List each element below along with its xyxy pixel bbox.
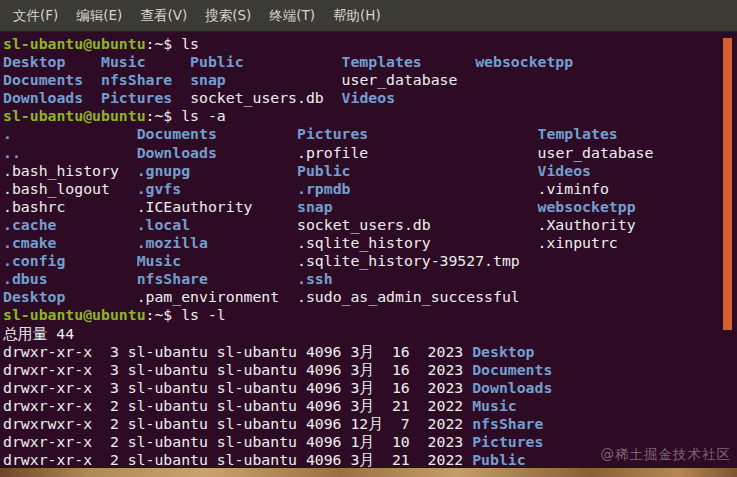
- output-text: ls: [181, 35, 199, 52]
- output-text: socket_users.db: [297, 216, 431, 233]
- output-text: .sqlite_history-39527.tmp: [297, 252, 520, 269]
- prompt-user-host: sl-ubantu@ubuntu: [3, 306, 146, 323]
- terminal-line: . Documents Pictures Templates: [3, 125, 737, 143]
- output-text: :~$: [146, 107, 173, 124]
- terminal-line: .bashrc .ICEauthority snap websocketpp: [3, 198, 737, 216]
- directory-name: Music: [472, 397, 517, 414]
- directory-name: .ssh: [297, 270, 333, 287]
- directory-name: ..: [3, 144, 21, 161]
- terminal-screen[interactable]: sl-ubantu@ubuntu:~$ lsDesktop Music Publ…: [0, 32, 737, 468]
- directory-name: nfsShare: [101, 71, 172, 88]
- directory-name: Documents: [472, 361, 552, 378]
- directory-name: Downloads: [137, 144, 217, 161]
- directory-name: .: [3, 125, 12, 142]
- directory-name: Public: [297, 162, 350, 179]
- directory-name: Documents: [137, 125, 217, 142]
- directory-name: .gnupg: [137, 162, 190, 179]
- terminal-menu-bar: 文件(F)编辑(E)查看(V)搜索(S)终端(T)帮助(H): [0, 0, 737, 32]
- menu-item-5[interactable]: 帮助(H): [324, 3, 390, 29]
- menu-item-3[interactable]: 搜索(S): [196, 3, 260, 29]
- output-text: drwxr-xr-x 2 sl-ubantu sl-ubantu 4096 3月…: [3, 397, 463, 414]
- output-text: 总用量 44: [3, 325, 74, 342]
- directory-name: Music: [137, 252, 182, 269]
- output-text: .ICEauthority: [137, 198, 253, 215]
- menu-item-2[interactable]: 查看(V): [131, 3, 196, 29]
- output-text: .viminfo: [538, 180, 609, 197]
- directory-name: .config: [3, 252, 65, 269]
- terminal-line: Downloads Pictures socket_users.db Video…: [3, 89, 737, 107]
- directory-name: .cmake: [3, 234, 56, 251]
- output-text: .sudo_as_admin_successful: [297, 288, 520, 305]
- output-text: drwxr-xr-x 3 sl-ubantu sl-ubantu 4096 3月…: [3, 361, 463, 378]
- output-text: .bash_logout: [3, 180, 110, 197]
- directory-name: websocketpp: [538, 198, 636, 215]
- terminal-line: Desktop .pam_environment .sudo_as_admin_…: [3, 288, 737, 306]
- directory-name: Pictures: [297, 125, 368, 142]
- output-text: drwxr-xr-x 3 sl-ubantu sl-ubantu 4096 3月…: [3, 343, 463, 360]
- directory-name: Pictures: [472, 433, 543, 450]
- directory-name: nfsShare: [472, 415, 543, 432]
- output-text: drwxr-xr-x 2 sl-ubantu sl-ubantu 4096 3月…: [3, 451, 463, 468]
- terminal-line: .config Music .sqlite_history-39527.tmp: [3, 252, 737, 270]
- directory-name: snap: [190, 71, 226, 88]
- terminal-line: drwxr-xr-x 3 sl-ubantu sl-ubantu 4096 3月…: [3, 343, 737, 361]
- directory-name: Videos: [538, 162, 591, 179]
- directory-name: .mozilla: [137, 234, 208, 251]
- directory-name: Public: [472, 451, 525, 468]
- terminal-line: sl-ubantu@ubuntu:~$ ls -a: [3, 107, 737, 125]
- directory-name: websocketpp: [475, 53, 573, 70]
- terminal-line: .bash_logout .gvfs .rpmdb .viminfo: [3, 180, 737, 198]
- terminal-line: .cache .local socket_users.db .Xauthorit…: [3, 216, 737, 234]
- menu-item-0[interactable]: 文件(F): [4, 3, 67, 29]
- directory-name: .local: [137, 216, 190, 233]
- menu-item-1[interactable]: 编辑(E): [67, 3, 131, 29]
- terminal-line: .dbus nfsShare .ssh: [3, 270, 737, 288]
- directory-name: Videos: [342, 89, 395, 106]
- directory-name: snap: [297, 198, 333, 215]
- directory-name: Documents: [3, 71, 83, 88]
- directory-name: Desktop: [472, 343, 534, 360]
- directory-name: .gvfs: [137, 180, 182, 197]
- output-text: :~$: [146, 306, 173, 323]
- directory-name: Templates: [538, 125, 618, 142]
- terminal-line: .bash_history .gnupg Public Videos: [3, 162, 737, 180]
- output-text: :~$: [146, 35, 173, 52]
- directory-name: Pictures: [101, 89, 172, 106]
- menu-item-4[interactable]: 终端(T): [260, 3, 324, 29]
- terminal-line: sl-ubantu@ubuntu:~$ ls -l: [3, 306, 737, 324]
- output-text: .bashrc: [3, 198, 65, 215]
- terminal-line: Desktop Music Public Templates websocket…: [3, 53, 737, 71]
- directory-name: Desktop: [3, 288, 65, 305]
- directory-name: Templates: [342, 53, 422, 70]
- terminal-line: sl-ubantu@ubuntu:~$ ls: [3, 35, 737, 53]
- terminal-line: .cmake .mozilla .sqlite_history .xinputr…: [3, 234, 737, 252]
- output-text: drwxr-xr-x 2 sl-ubantu sl-ubantu 4096 1月…: [3, 433, 463, 450]
- watermark-text: @稀土掘金技术社区: [601, 446, 732, 464]
- desktop-wallpaper-strip: [0, 468, 737, 477]
- directory-name: Music: [101, 53, 146, 70]
- output-text: ls -a: [181, 107, 226, 124]
- output-text: drwxr-xr-x 3 sl-ubantu sl-ubantu 4096 3月…: [3, 379, 463, 396]
- output-text: .xinputrc: [538, 234, 618, 251]
- output-text: socket_users.db: [190, 89, 324, 106]
- directory-name: Downloads: [3, 89, 83, 106]
- scrollbar-thumb[interactable]: [723, 38, 732, 330]
- terminal-line: .. Downloads .profile user_database: [3, 144, 737, 162]
- directory-name: .cache: [3, 216, 56, 233]
- prompt-user-host: sl-ubantu@ubuntu: [3, 35, 146, 52]
- terminal-line: Documents nfsShare snap user_database: [3, 71, 737, 89]
- output-text: .pam_environment: [137, 288, 280, 305]
- output-text: drwxrwxr-x 2 sl-ubantu sl-ubantu 4096 12…: [3, 415, 463, 432]
- directory-name: nfsShare: [137, 270, 208, 287]
- directory-name: Desktop: [3, 53, 65, 70]
- directory-name: Downloads: [472, 379, 552, 396]
- output-text: .profile: [297, 144, 368, 161]
- terminal-line: drwxr-xr-x 2 sl-ubantu sl-ubantu 4096 3月…: [3, 397, 737, 415]
- terminal-line: 总用量 44: [3, 325, 737, 343]
- output-text: .bash_history: [3, 162, 119, 179]
- directory-name: Public: [190, 53, 243, 70]
- output-text: ls -l: [181, 306, 226, 323]
- terminal-line: drwxr-xr-x 3 sl-ubantu sl-ubantu 4096 3月…: [3, 379, 737, 397]
- terminal-line: drwxr-xr-x 3 sl-ubantu sl-ubantu 4096 3月…: [3, 361, 737, 379]
- output-text: .Xauthority: [538, 216, 636, 233]
